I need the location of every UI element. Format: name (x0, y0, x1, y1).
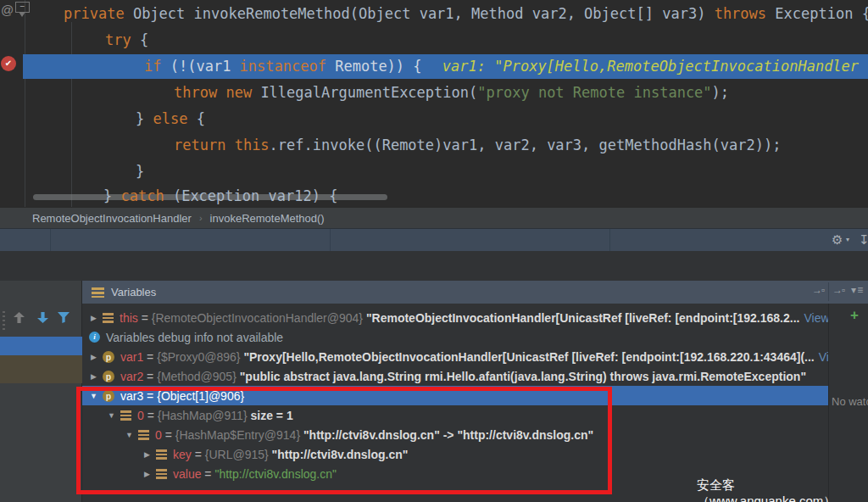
variable-row-0[interactable]: ▼0 = {HashMap@911} size = 1 (82, 405, 828, 425)
variable-name: this (120, 311, 138, 325)
parameter-icon: p (103, 371, 114, 382)
selected-frame-row[interactable] (0, 337, 82, 355)
collapse-arrow-icon[interactable]: ▼ (89, 392, 98, 400)
parameter-icon: p (103, 351, 114, 363)
breadcrumb-method[interactable]: invokeRemoteMethod() (210, 212, 325, 225)
variable-value: "Proxy[Hello,RemoteObjectInvocationHandl… (243, 350, 814, 364)
code-line: private Object invokeRemoteMethod(Object… (0, 2, 868, 26)
code-line: if (!(var1 instanceof Remote)) { var1: "… (0, 54, 868, 79)
inline-debug-hint: var1: "Proxy[Hello,RemoteObjectInvocatio… (442, 58, 859, 75)
tab-divider (609, 229, 610, 252)
view-link[interactable]: View (819, 350, 828, 364)
chevron-down-icon: ▾ (846, 236, 849, 243)
variable-value: "http://ctvi8v.dnslog.cn" -> "http://ctv… (303, 428, 593, 442)
breadcrumb-separator-icon: › (199, 213, 203, 223)
object-reference: {Method@905} (157, 370, 240, 383)
expand-arrow-icon[interactable]: ▶ (142, 470, 152, 478)
filter-frames-icon[interactable] (58, 312, 70, 323)
variable-row-var2[interactable]: ▶pvar2 = {Method@905} "public abstract j… (82, 366, 828, 386)
collapse-arrow-icon[interactable]: ▼ (107, 411, 116, 420)
object-reference: {$Proxy0@896} (157, 350, 243, 364)
watches-divider (828, 304, 829, 502)
variables-panel-title: Variables (111, 286, 156, 298)
debugger-area: Variables →▫ →▫ ▾ ≡ ▶this = {RemoteObjec… (0, 251, 868, 502)
equals-sign: = (144, 409, 158, 422)
equals-sign: = (201, 467, 214, 481)
drag-handle-icon (3, 311, 5, 330)
variable-value: "http://ctvi8v.dnslog.cn" (214, 467, 337, 481)
variables-tree: ▶this = {RemoteObjectInvocationHandler@9… (82, 304, 828, 502)
equals-sign: = (192, 448, 205, 461)
debug-info-row[interactable]: iVariables debug info not available (82, 327, 828, 347)
frame-down-icon[interactable] (37, 312, 48, 323)
object-reference: {RemoteObjectInvocationHandler@904} (152, 311, 366, 325)
collapse-arrow-icon[interactable]: ▼ (125, 431, 134, 439)
view-link[interactable]: View (804, 311, 828, 325)
export-value-icon[interactable]: →▫ (812, 284, 824, 296)
field-icon (120, 410, 131, 421)
variable-name: var2 (120, 370, 143, 383)
variable-name: value (173, 467, 201, 481)
dock-icon[interactable]: ↧ (859, 232, 868, 248)
settings-gear-icon[interactable]: ⚙ (832, 232, 843, 248)
code-editor[interactable]: private Object invokeRemoteMethod(Object… (0, 0, 868, 207)
expand-arrow-icon[interactable]: ▶ (89, 372, 98, 381)
header-divider (828, 282, 829, 301)
breakpoint-icon[interactable]: ✔ (1, 56, 16, 71)
variable-name: var3 (120, 389, 143, 403)
fold-marker-icon[interactable]: − (15, 2, 30, 13)
field-icon (138, 430, 149, 440)
frames-panel (0, 281, 82, 502)
object-reference: {Object[1]@906} (157, 389, 244, 403)
library-frame-row[interactable] (0, 355, 82, 383)
field-icon (156, 469, 167, 479)
variables-panel-header: Variables (82, 281, 868, 304)
variable-row-var3[interactable]: ▼pvar3 = {Object[1]@906} (82, 386, 828, 405)
code-line: } catch (Exception var12) { (0, 184, 868, 207)
equals-sign: = (143, 389, 157, 403)
info-text: Variables debug info not available (106, 331, 283, 344)
expand-arrow-icon[interactable]: ▶ (89, 314, 98, 322)
watermark-text: 安全客（www.anquanke.com） (697, 477, 868, 502)
expand-arrow-icon[interactable]: ▶ (89, 353, 98, 361)
variable-value: size = 1 (250, 409, 292, 422)
tab-divider (50, 229, 51, 252)
code-line: } else { (0, 107, 868, 131)
debug-tabbar: ⚙ ▾ ↧ (0, 228, 868, 251)
expand-arrow-icon[interactable]: ▶ (142, 450, 152, 459)
breadcrumb-class[interactable]: RemoteObjectInvocationHandler (32, 212, 192, 225)
variable-value: "public abstract java.lang.String rmi.He… (240, 370, 806, 383)
equals-sign: = (162, 428, 175, 442)
object-reference: {HashMap@911} (158, 409, 251, 422)
export-value-icon[interactable]: →▫ (832, 284, 844, 296)
annotation-icon: @ (1, 3, 14, 17)
watches-empty-text: No watches (832, 395, 868, 408)
frame-up-icon[interactable] (14, 312, 25, 323)
view-options-menu-icon[interactable]: ▾ ≡ (851, 284, 862, 296)
variable-name: 0 (155, 428, 162, 442)
code-line: } (0, 159, 868, 184)
variable-value: "http://ctvi8v.dnslog.cn" (272, 448, 409, 461)
add-watch-icon[interactable]: + (850, 307, 859, 324)
breadcrumb: RemoteObjectInvocationHandler › invokeRe… (0, 207, 868, 228)
equals-sign: = (138, 311, 152, 325)
equals-sign: = (143, 370, 157, 383)
code-line: throw new IllegalArgumentException("prox… (0, 81, 868, 105)
variable-name: var1 (120, 350, 143, 364)
variable-name: key (173, 448, 192, 461)
variable-row-var1[interactable]: ▶pvar1 = {$Proxy0@896} "Proxy[Hello,Remo… (82, 347, 828, 366)
code-line: try { (0, 28, 868, 53)
field-icon (103, 313, 114, 323)
variables-icon (92, 287, 104, 298)
ide-debug-window: private Object invokeRemoteMethod(Object… (0, 0, 868, 502)
variable-row-key[interactable]: ▶key = {URL@915} "http://ctvi8v.dnslog.c… (82, 444, 828, 464)
variable-value: "RemoteObjectInvocationHandler[UnicastRe… (366, 311, 800, 325)
code-line: return this.ref.invoke((Remote)var1, var… (0, 133, 868, 158)
variable-name: 0 (137, 409, 144, 422)
parameter-icon: p (103, 390, 114, 402)
variable-row-0[interactable]: ▼0 = {HashMap$Entry@914} "http://ctvi8v.… (82, 425, 828, 444)
field-icon (156, 449, 167, 460)
object-reference: {HashMap$Entry@914} (175, 428, 303, 442)
variable-row-this[interactable]: ▶this = {RemoteObjectInvocationHandler@9… (82, 308, 828, 327)
equals-sign: = (143, 350, 157, 364)
